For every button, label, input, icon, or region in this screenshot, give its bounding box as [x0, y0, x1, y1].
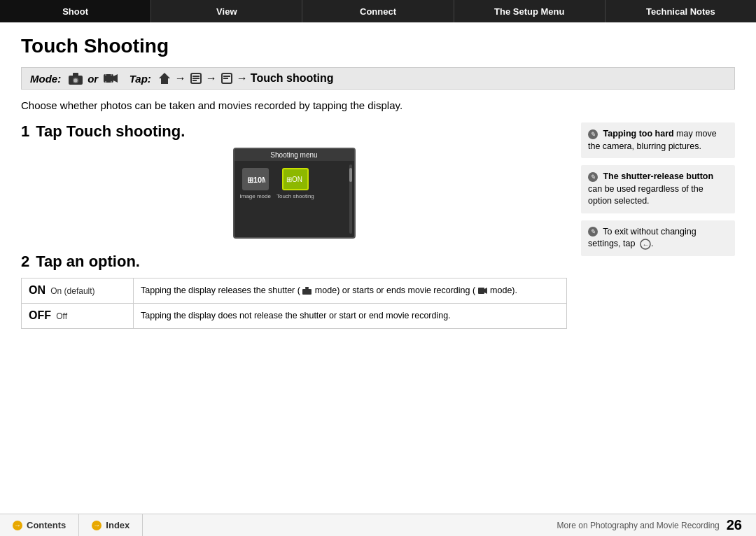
main-content: Touch Shooting Mode: or Tap: → [0, 22, 756, 336]
mode-label: Mode: [30, 73, 61, 85]
options-table: ON On (default) Tapping the display rele… [21, 278, 567, 329]
description: Choose whether photos can be taken and m… [21, 99, 735, 111]
image-mode-label: Image mode [240, 193, 271, 199]
nav-technical-notes[interactable]: Technical Notes [606, 0, 756, 22]
option-on-name: ON [29, 284, 46, 296]
contents-arrow-icon: → [13, 521, 22, 530]
option-off-sub: Off [56, 311, 67, 321]
option-off-name-cell: OFF Off [22, 303, 134, 328]
option-on-name-cell: ON On (default) [22, 278, 134, 304]
index-button[interactable]: → Index [79, 514, 143, 536]
image-mode-icon: ⊞10M [242, 168, 269, 190]
svg-point-7 [105, 81, 106, 83]
svg-text:←: ← [642, 241, 649, 248]
bottom-bar: → Contents → Index More on Photography a… [0, 514, 756, 536]
screen-title: Shooting menu [234, 149, 354, 161]
note-icon-3: ✎ [588, 227, 598, 237]
right-column: ✎ Tapping too hard may move the camera, … [581, 122, 735, 329]
arrow2: → [206, 72, 217, 85]
svg-rect-13 [192, 78, 200, 79]
contents-button[interactable]: → Contents [0, 514, 79, 536]
movie-icon [104, 73, 118, 84]
svg-point-8 [111, 74, 112, 76]
nav-shoot[interactable]: Shoot [0, 0, 151, 22]
option-on-sub: On (default) [50, 286, 94, 296]
note-box-2: ✎ The shutter-release button can be used… [581, 165, 735, 213]
svg-marker-23 [484, 288, 487, 294]
svg-rect-12 [192, 76, 200, 77]
inline-movie-icon [478, 287, 488, 295]
svg-marker-5 [113, 74, 118, 83]
svg-rect-20 [302, 289, 312, 295]
touch-shooting-icon: ⊞ON [282, 168, 309, 190]
touch-shooting-item-label: Touch shooting [276, 193, 314, 199]
svg-point-9 [111, 81, 112, 83]
step1-heading: 1 Tap Touch shooting. [21, 122, 567, 141]
menu-icon [190, 73, 202, 84]
two-column-layout: 1 Tap Touch shooting. Shooting menu ⊞10M… [21, 122, 735, 329]
svg-point-3 [74, 79, 78, 83]
menu-item-touch-shooting: ⊞ON Touch shooting [276, 168, 314, 199]
svg-text:⊞10M: ⊞10M [247, 176, 265, 184]
touch-shooting-label: Touch shooting [251, 72, 334, 85]
svg-rect-21 [305, 287, 309, 289]
page-number: 26 [727, 517, 742, 533]
mode-bar: Mode: or Tap: → [21, 67, 735, 90]
svg-marker-10 [159, 73, 170, 84]
home-icon [158, 72, 171, 85]
bottom-left-buttons: → Contents → Index [0, 514, 143, 536]
page-title: Touch Shooting [21, 35, 735, 57]
svg-point-6 [105, 74, 106, 76]
svg-rect-17 [223, 78, 228, 79]
option-off-desc: Tapping the display does not release the… [134, 303, 567, 328]
back-button-icon: ← [640, 239, 651, 250]
camera-screen-mockup: Shooting menu ⊞10M Image mode [233, 148, 356, 239]
nav-connect[interactable]: Connect [302, 0, 454, 22]
scroll-bar [349, 164, 352, 234]
page-text: More on Photography and Movie Recording [557, 521, 720, 530]
top-navigation: Shoot View Connect The Setup Menu Techni… [0, 0, 756, 22]
inline-cam-icon [302, 287, 312, 295]
svg-rect-4 [104, 74, 113, 83]
svg-rect-16 [223, 76, 230, 77]
left-column: 1 Tap Touch shooting. Shooting menu ⊞10M… [21, 122, 567, 329]
svg-rect-22 [478, 288, 484, 294]
svg-rect-1 [73, 73, 78, 76]
index-arrow-icon: → [92, 521, 102, 530]
note-icon-1: ✎ [588, 129, 598, 139]
camera-icon [68, 72, 83, 85]
tap-label: Tap: [130, 73, 151, 85]
note-icon-2: ✎ [588, 172, 598, 182]
menu-item-image-mode: ⊞10M Image mode [240, 168, 271, 199]
nav-setup-menu[interactable]: The Setup Menu [454, 0, 606, 22]
footer-right: More on Photography and Movie Recording … [557, 517, 756, 533]
option-on-desc: Tapping the display releases the shutter… [134, 278, 567, 304]
submenu-icon [221, 73, 232, 84]
table-row: ON On (default) Tapping the display rele… [22, 278, 567, 304]
note-box-1: ✎ Tapping too hard may move the camera, … [581, 122, 735, 158]
step2-heading: 2 Tap an option. [21, 253, 567, 271]
svg-rect-14 [192, 80, 197, 81]
svg-text:⊞ON: ⊞ON [286, 176, 302, 183]
table-row: OFF Off Tapping the display does not rel… [22, 303, 567, 328]
or-text: or [88, 73, 98, 85]
arrow1: → [175, 72, 186, 85]
note-box-3: ✎ To exit without changing settings, tap… [581, 220, 735, 256]
arrow3: → [237, 72, 248, 85]
menu-items: ⊞10M Image mode ⊞ON Touch shooting [234, 161, 354, 206]
option-off-name: OFF [29, 309, 51, 321]
nav-view[interactable]: View [151, 0, 302, 22]
